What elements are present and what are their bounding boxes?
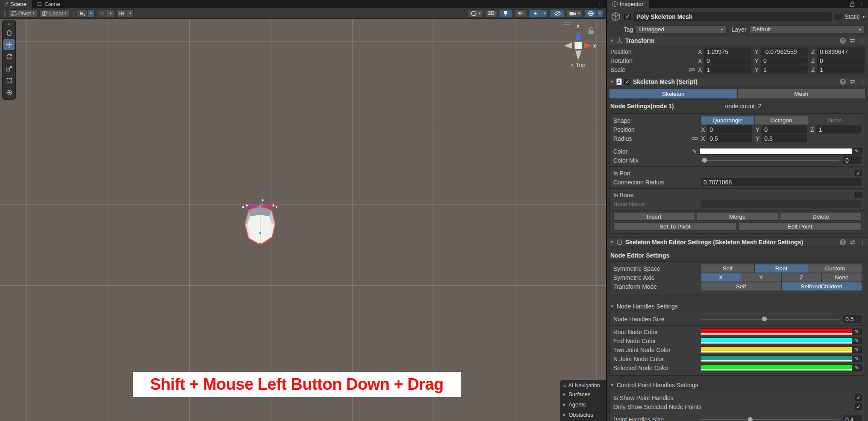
skeleton-mesh-header[interactable]: ▼ # ✓ Skeleton Mesh (Script) ? ⋮ [607,77,868,86]
tab-scene[interactable]: # Scene [0,0,32,8]
shape-option-none[interactable]: None [808,116,862,125]
inspector-menu-icon[interactable]: ⋮ [859,1,865,7]
rect-tool-button[interactable] [3,75,15,86]
scale-z-field[interactable]: 1 [817,65,865,74]
shading-mode-dropdown[interactable]: ▾ [468,9,483,18]
point-handles-size-slider[interactable] [701,415,839,421]
broken-link-icon[interactable] [689,67,695,72]
tab-inspector[interactable]: i Inspector [607,0,649,8]
foldout-icon[interactable]: ▼ [610,240,614,244]
component-menu-icon[interactable]: ⋮ [859,38,865,44]
scale-y-field[interactable]: 1 [761,65,808,74]
help-icon[interactable]: ? [840,79,846,85]
static-checkbox[interactable] [835,14,842,20]
eyedropper-button[interactable]: ✎ [852,365,862,371]
component-menu-icon[interactable]: ⋮ [859,239,865,246]
is-bone-checkbox[interactable] [855,192,862,198]
transform-mode-selfandchildren[interactable]: SelfAndChildren [782,282,862,291]
insert-button[interactable]: Insert [613,213,695,221]
help-icon[interactable]: ? [840,38,846,44]
audio-toggle-button[interactable] [514,9,527,18]
pivot-mode-dropdown[interactable]: Pivot ▾ [9,9,38,18]
selected-node-color-swatch[interactable] [701,365,852,371]
end-node-color-swatch[interactable] [701,338,852,344]
ai-nav-surfaces[interactable]: ▶ Surfaces [563,391,603,397]
symmetric-space-root[interactable]: Root [755,264,809,273]
eyedropper-button[interactable]: ✎ [852,356,862,362]
grid-options-dropdown[interactable]: ▾ [88,9,94,18]
connection-radius-field[interactable]: 0.7071068 [701,178,862,186]
gameobject-name-field[interactable]: Poly Skeleton Mesh [634,12,832,21]
scale-tool-button[interactable] [3,63,15,74]
color-mix-value[interactable]: 0 [843,156,862,164]
position-x-field[interactable]: 1.29975 [704,47,751,56]
snap-options-dropdown[interactable]: ▾ [107,9,114,18]
symmetric-space-custom[interactable]: Custom [808,264,862,273]
bone-name-field[interactable] [701,200,862,208]
gameobject-enabled-checkbox[interactable]: ✓ [624,14,631,20]
gameobject-cube-icon[interactable] [610,11,621,22]
transform-mode-self[interactable]: Self [701,282,782,291]
snap-increment-button[interactable] [116,9,127,18]
symmetric-axis-z[interactable]: Z [782,273,822,282]
toolbar-grip[interactable]: ∥ [3,10,6,17]
eyedropper-button[interactable]: ✎ [852,148,862,154]
orientation-gizmo[interactable]: z x < Top [558,21,598,71]
foldout-icon[interactable]: ▼ [610,80,614,84]
grid-snap-button[interactable] [97,9,107,18]
is-show-point-handles-checkbox[interactable]: ✓ [855,394,862,401]
transform-header[interactable]: ▼ Transform ? ⋮ [607,36,868,45]
root-node-color-swatch[interactable] [701,329,852,335]
lighting-toggle-button[interactable] [499,9,512,18]
node-handles-settings-foldout[interactable]: ▼ Node Handles Settings [610,302,865,310]
color-mix-slider[interactable] [701,156,839,164]
is-port-checkbox[interactable]: ✓ [855,170,862,176]
node-position-z-field[interactable]: 1 [816,125,862,133]
only-show-selected-checkbox[interactable]: ✓ [855,403,862,410]
symmetric-space-self[interactable]: Self [701,264,755,273]
unlocked-padlock-icon[interactable] [850,1,855,7]
gizmos-dropdown[interactable]: ▾ [597,9,603,18]
eyedropper-button[interactable]: ✎ [852,329,862,335]
rotation-z-field[interactable]: 0 [817,56,865,65]
position-z-field[interactable]: 0.6399647 [817,47,865,56]
two-joint-node-color-swatch[interactable] [701,347,852,353]
tab-game[interactable]: Game [32,0,65,8]
ai-nav-obstacles[interactable]: ▶ Obstacles [563,412,603,418]
point-handles-size-value[interactable]: 0.4 [843,415,862,421]
position-y-field[interactable]: -0.07962559 [761,47,808,56]
hand-tool-button[interactable] [3,27,15,38]
n-joint-node-color-swatch[interactable] [701,356,852,362]
symmetric-axis-none[interactable]: None [822,273,862,282]
skeleton-mesh-object[interactable] [237,184,374,332]
delete-button[interactable]: Delete [780,213,862,221]
view-orientation-label[interactable]: < Top [558,62,598,68]
component-menu-icon[interactable]: ⋮ [859,79,865,85]
presets-icon[interactable] [850,240,856,245]
layer-dropdown[interactable]: Default▾ [749,25,865,33]
color-swatch[interactable] [699,148,852,154]
scale-x-field[interactable]: 1 [704,65,751,74]
link-icon[interactable] [691,136,698,141]
2d-toggle-button[interactable]: 2D [485,9,497,18]
gizmos-toggle-button[interactable] [585,9,597,18]
node-position-y-field[interactable]: 0 [762,125,807,133]
tab-mesh[interactable]: Mesh [738,89,866,98]
node-handles-size-value[interactable]: 0.5 [843,315,862,323]
tab-skeleton[interactable]: Skeleton [609,89,738,98]
transform-tool-button[interactable] [3,87,15,98]
help-icon[interactable]: ? [840,239,846,245]
eyedropper-icon[interactable]: ✎ [692,148,697,154]
toolbar-grip[interactable]: ∥ [72,10,74,17]
merge-button[interactable]: Merge [697,213,778,221]
scene-visibility-button[interactable] [550,9,565,18]
rotation-x-field[interactable]: 0 [704,56,751,65]
node-position-x-field[interactable]: 0 [707,125,752,133]
symmetric-axis-x[interactable]: X [701,273,741,282]
editor-settings-header[interactable]: ▼ Skeleton Mesh Editor Settings (Skeleto… [607,237,868,247]
set-to-pivot-button[interactable]: Set To Pivot [613,222,737,231]
edit-point-button[interactable]: Edit Point [739,222,862,231]
increment-options-dropdown[interactable]: ▾ [127,9,134,18]
overlay-drag-handle[interactable]: ≡ [563,383,566,388]
eyedropper-button[interactable]: ✎ [852,338,862,344]
